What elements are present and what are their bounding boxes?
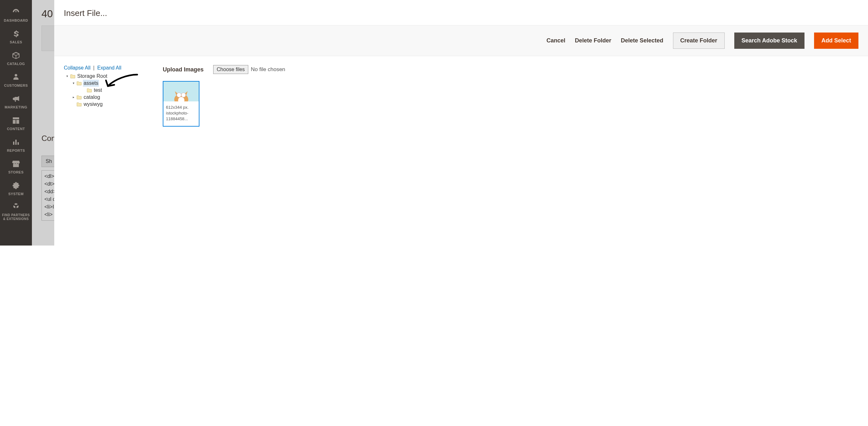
tree-links-separator: | (93, 65, 94, 70)
gear-icon (0, 181, 32, 191)
tree-node-label[interactable]: test (93, 87, 103, 94)
folder-icon (76, 94, 82, 101)
tree-catalog[interactable]: ▸catalog (64, 94, 147, 101)
svg-point-3 (177, 93, 181, 97)
search-adobe-stock-button[interactable]: Search Adobe Stock (734, 33, 805, 49)
tree-node-label[interactable]: assets (83, 80, 99, 87)
upload-label: Upload Images (163, 66, 204, 73)
layout-icon (0, 116, 32, 126)
choose-files-button[interactable]: Choose files (213, 65, 248, 74)
tree-wysiwyg[interactable]: wysiwyg (64, 101, 147, 108)
admin-sidebar: DASHBOARDSALESCATALOGCUSTOMERSMARKETINGC… (0, 0, 32, 245)
dollar-icon (0, 29, 32, 39)
delete-selected-button[interactable]: Delete Selected (621, 37, 663, 44)
tree-twisty-icon[interactable]: ▾ (71, 80, 75, 87)
folder-tree-panel: Collapse All | Expand All ▾Storage Root▾… (64, 65, 147, 237)
nav-customers[interactable]: CUSTOMERS (0, 69, 32, 91)
person-icon (0, 73, 32, 82)
tree-twisty-icon[interactable]: ▾ (65, 73, 69, 80)
nav-reports[interactable]: REPORTS (0, 134, 32, 156)
tree-assets[interactable]: ▾assets (64, 80, 147, 87)
expand-all-link[interactable]: Expand All (97, 65, 122, 70)
folder-icon (87, 87, 92, 94)
tree-node-label[interactable]: wysiwyg (83, 101, 103, 108)
tree-link-row: Collapse All | Expand All (64, 65, 147, 71)
nav-sales[interactable]: SALES (0, 26, 32, 47)
insert-file-modal: Insert File... Cancel Delete Folder Dele… (54, 0, 868, 245)
nav-partners[interactable]: FIND PARTNERS& EXTENSIONS (0, 199, 32, 224)
bars-icon (0, 138, 32, 147)
tree-node-label[interactable]: Storage Root (76, 73, 108, 80)
modal-toolbar: Cancel Delete Folder Delete Selected Cre… (54, 25, 868, 56)
admin-logo-icon (0, 0, 32, 4)
svg-point-4 (181, 93, 186, 97)
cancel-button[interactable]: Cancel (546, 37, 565, 44)
tree-node-label[interactable]: catalog (83, 94, 101, 101)
folder-icon (76, 101, 82, 108)
upload-status-text: No file chosen (251, 66, 285, 73)
create-folder-button[interactable]: Create Folder (673, 33, 725, 49)
upload-row: Upload Images Choose files No file chose… (163, 65, 859, 74)
storefront-icon (0, 159, 32, 169)
nav-stores[interactable]: STORES (0, 156, 32, 177)
modal-title: Insert File... (54, 0, 868, 25)
nav-catalog[interactable]: CATALOG (0, 47, 32, 69)
bullhorn-icon (0, 94, 32, 104)
gauge-icon (0, 8, 32, 17)
media-thumbnail[interactable]: 612x344 px.istockphoto-11884458... (163, 81, 199, 127)
nav-dashboard[interactable]: DASHBOARD (0, 4, 32, 26)
nav-content[interactable]: CONTENT (0, 112, 32, 134)
folder-icon (76, 80, 82, 87)
box-icon (0, 51, 32, 61)
thumbnail-caption: 612x344 px.istockphoto-11884458... (163, 101, 199, 126)
delete-folder-button[interactable]: Delete Folder (575, 37, 611, 44)
nav-system[interactable]: SYSTEM (0, 177, 32, 199)
blocks-icon (0, 202, 32, 212)
thumbnail-image (163, 81, 199, 101)
tree-test[interactable]: test (64, 87, 147, 94)
tree-twisty-icon[interactable]: ▸ (71, 94, 75, 101)
add-selected-button[interactable]: Add Select (814, 33, 859, 49)
folder-tree: ▾Storage Root▾assetstest▸catalogwysiwyg (64, 73, 147, 108)
tree-storage-root[interactable]: ▾Storage Root (64, 73, 147, 80)
nav-marketing[interactable]: MARKETING (0, 91, 32, 112)
file-browser-panel: Upload Images Choose files No file chose… (163, 65, 859, 237)
folder-icon (70, 73, 75, 80)
collapse-all-link[interactable]: Collapse All (64, 65, 91, 70)
